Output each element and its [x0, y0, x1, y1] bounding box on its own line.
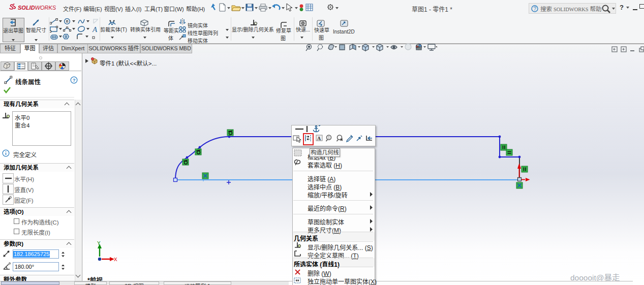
svg-text:X: X [114, 257, 117, 263]
svg-text:Y: Y [97, 240, 101, 246]
svg-text:A: A [317, 136, 321, 141]
